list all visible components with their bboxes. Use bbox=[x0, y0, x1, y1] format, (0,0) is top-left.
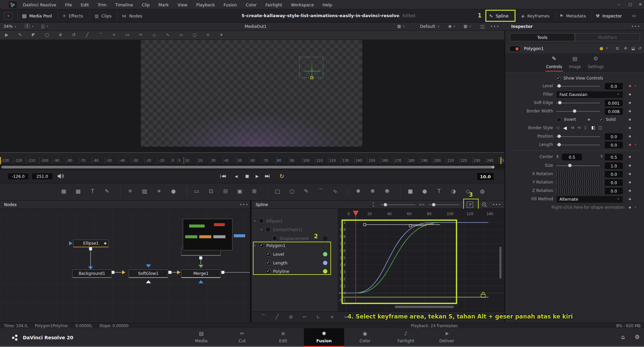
stop-button[interactable]: ■ bbox=[245, 174, 249, 179]
scrollbar-handle-dot[interactable] bbox=[492, 166, 494, 168]
clean-feed-icon[interactable]: ▭ bbox=[632, 13, 636, 18]
interface-toggle-button[interactable]: ∨ bbox=[4, 12, 13, 19]
spline-tree-item-ellipse1[interactable]: ∨Ellipse1 bbox=[252, 217, 338, 225]
keyframe-diamond-set[interactable]: ◆ bbox=[629, 84, 631, 88]
menu-color[interactable]: Color bbox=[246, 2, 257, 7]
range-start-field[interactable]: -126.0 bbox=[7, 173, 29, 180]
slider-track-length[interactable] bbox=[556, 145, 600, 145]
spline-tool-icon-1[interactable]: ⌒ bbox=[260, 314, 267, 320]
range-end-field[interactable]: 251.0 bbox=[32, 173, 53, 180]
keyframe-diamond[interactable]: ◆ bbox=[629, 126, 631, 130]
viewer-tool-icon-14[interactable]: ▱ bbox=[178, 32, 184, 37]
menu-davinci-resolve[interactable]: DaVinci Resolve bbox=[23, 2, 56, 7]
page-tab-fusion[interactable]: ✱Fusion bbox=[304, 328, 344, 346]
play-button[interactable]: ▶ bbox=[256, 174, 259, 179]
menu-fusion[interactable]: Fusion bbox=[224, 2, 237, 7]
slider-track-position[interactable] bbox=[556, 136, 600, 137]
viewer-bottom-splitter[interactable] bbox=[0, 152, 504, 153]
menu-help[interactable]: Help bbox=[323, 2, 332, 7]
menu-view[interactable]: View bbox=[177, 2, 187, 7]
viewer-tool-icon-8[interactable]: ⌒ bbox=[97, 32, 104, 38]
timeline-zoom-scrollbar[interactable] bbox=[0, 164, 504, 170]
favorite-tool-icon-23[interactable]: ✱ bbox=[354, 188, 362, 194]
timeline-playhead[interactable] bbox=[183, 157, 184, 164]
menu-workspace[interactable]: Workspace bbox=[291, 2, 314, 7]
window-maximize-button[interactable]: ▢ bbox=[629, 2, 632, 6]
spline-tree-item-displacement[interactable]: Displacement bbox=[252, 235, 338, 242]
viewer-tool-icon-10[interactable]: ▭ bbox=[124, 32, 131, 37]
checkbox-center-path1-[interactable] bbox=[266, 227, 270, 232]
slider-knob-size[interactable] bbox=[568, 164, 572, 167]
inspector-options-menu[interactable]: ••• bbox=[631, 24, 640, 29]
y-rotation-thumbwheel[interactable] bbox=[556, 180, 603, 186]
favorite-tool-icon-15[interactable]: ⊞ bbox=[250, 188, 258, 194]
favorite-tool-icon-29[interactable]: T bbox=[435, 188, 443, 194]
page-tab-cut[interactable]: ✂Cut bbox=[222, 328, 262, 346]
home-icon[interactable]: ⌂ bbox=[621, 334, 625, 340]
slider-knob-level[interactable] bbox=[557, 84, 561, 88]
node-ellipse1[interactable]: Ellipse1◈ bbox=[73, 240, 109, 247]
page-tab-media[interactable]: ▤Media bbox=[181, 328, 221, 346]
center-y-field[interactable]: 0.5 bbox=[604, 153, 623, 161]
viewer-zoom-dropdown[interactable]: 34% ∨ bbox=[3, 24, 16, 29]
viewer-options-menu[interactable]: ••• bbox=[490, 24, 499, 29]
favorite-tool-icon-27[interactable]: ■ bbox=[406, 188, 414, 194]
fill-method-dropdown[interactable]: Alternate bbox=[556, 196, 623, 203]
keyframe-diamond-set[interactable]: ◆ bbox=[629, 143, 631, 146]
curve-color-swatch[interactable] bbox=[323, 236, 327, 241]
spline-hscrollbar[interactable] bbox=[395, 306, 454, 308]
favorite-tool-icon-24[interactable]: ❋ bbox=[369, 188, 377, 194]
window-minimize-button[interactable]: – bbox=[618, 2, 620, 7]
viewer-tool-icon-7[interactable]: ╱ bbox=[84, 32, 91, 37]
z-rotation-field[interactable]: 0.0 bbox=[604, 187, 623, 195]
slider-knob-border-width[interactable] bbox=[573, 109, 576, 113]
spline-panel-menu[interactable]: ••• bbox=[492, 202, 501, 207]
position-field[interactable]: 0.0 bbox=[604, 133, 623, 140]
keyframe-diamond[interactable]: ◆ bbox=[629, 180, 631, 184]
keyframe-diamond[interactable]: ◆ bbox=[629, 197, 631, 201]
viewer-guides-dropdown[interactable]: ▦ ∨ bbox=[464, 24, 471, 29]
center-x-field[interactable]: 0.5 bbox=[561, 153, 582, 161]
node-graph[interactable]: Ellipse1◈Background1SoftGlow1Merge1 bbox=[0, 209, 250, 323]
slider-track-soft-edge[interactable] bbox=[556, 103, 600, 103]
settings-gear-icon[interactable]: ⚙ bbox=[635, 334, 640, 340]
border-style-option-3[interactable]: ⧏ bbox=[570, 125, 574, 130]
viewer-tool-icon-2[interactable]: ✎ bbox=[17, 32, 23, 37]
slider-track-border-width[interactable] bbox=[556, 111, 600, 112]
current-frame-field[interactable]: 10.0 bbox=[477, 172, 494, 181]
favorite-tool-icon-11[interactable]: ▭ bbox=[193, 188, 201, 194]
viewer-layout-dropdown[interactable]: ◫ ∨ bbox=[41, 24, 49, 29]
nodes-button[interactable]: ⋈ Nodes bbox=[122, 12, 142, 19]
node-merge1[interactable]: Merge1 bbox=[181, 269, 221, 278]
keyframe-diamond[interactable]: ◆ bbox=[629, 134, 631, 138]
zoom-tool-button[interactable] bbox=[481, 201, 488, 208]
viewer-tool-icon-17[interactable]: ▾ bbox=[218, 32, 225, 37]
spline-tool-icon-2[interactable]: ╱ bbox=[274, 314, 280, 319]
window-close-button[interactable]: ✕ bbox=[639, 2, 642, 7]
loop-button[interactable]: ↻ bbox=[279, 173, 284, 180]
border-style-option-5[interactable]: ▯ bbox=[584, 125, 587, 130]
checkbox-ellipse1[interactable] bbox=[259, 218, 264, 223]
favorite-tool-icon-30[interactable]: ◑ bbox=[449, 188, 458, 194]
favorite-tool-icon-21[interactable]: ∿ bbox=[331, 188, 339, 194]
spline-graph[interactable]: 10.90.80.70.60.50.40.30.20.10-0.10204060… bbox=[338, 209, 504, 311]
favorite-tool-icon-14[interactable]: ▣ bbox=[236, 188, 244, 194]
media-pool-button[interactable]: ▤ Media Pool bbox=[22, 12, 52, 19]
menu-playback[interactable]: Playback bbox=[196, 2, 215, 7]
z-rotation-thumbwheel[interactable] bbox=[556, 188, 603, 194]
slider-track-level[interactable] bbox=[556, 86, 600, 87]
favorite-tool-icon-7[interactable]: ▨ bbox=[141, 188, 149, 194]
soft-edge-field[interactable]: 0.001 bbox=[604, 99, 623, 107]
timeline-ruler[interactable]: -130-120-110-100-90-80-70-60-50-40-30-20… bbox=[0, 157, 504, 164]
favorite-tool-icon-8[interactable]: ☀ bbox=[155, 188, 163, 194]
spline-button[interactable]: ∿ Spline bbox=[489, 12, 508, 19]
slider-knob-length[interactable] bbox=[557, 143, 561, 146]
chevron-right-icon[interactable]: › bbox=[635, 142, 636, 147]
node-background1[interactable]: Background1 bbox=[72, 269, 112, 278]
keyframe-diamond[interactable]: ◆ bbox=[629, 205, 631, 209]
page-tab-fairlight[interactable]: ♪Fairlight bbox=[386, 328, 426, 346]
favorite-tool-icon-13[interactable]: ⊟ bbox=[221, 188, 229, 194]
favorite-tool-icon-9[interactable]: ● bbox=[169, 188, 177, 194]
spline-tool-icon-6[interactable]: × bbox=[329, 314, 335, 319]
x-rotation-thumbwheel[interactable] bbox=[556, 171, 603, 177]
